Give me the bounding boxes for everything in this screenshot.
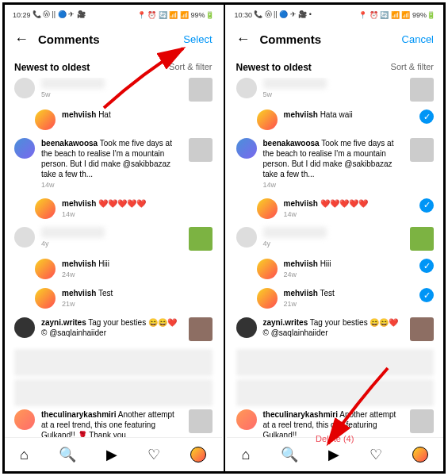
avatar[interactable] <box>14 227 35 248</box>
avatar[interactable] <box>14 78 35 98</box>
screen-divider <box>224 5 225 471</box>
blurred-text <box>263 227 327 238</box>
blurred-text <box>41 227 105 238</box>
comment-row[interactable]: theculinarykashmiri Another attempt at a… <box>14 409 213 437</box>
comment-row[interactable]: 5w <box>236 78 435 102</box>
comments-header: ← Comments Cancel <box>227 25 444 54</box>
sort-label[interactable]: Newest to oldest <box>14 62 90 73</box>
comment-row[interactable]: mehviish Hat <box>35 109 213 130</box>
bottom-nav: ⌂ 🔍 ▶ ♡ <box>5 437 222 471</box>
checkbox-selected[interactable]: ✓ <box>419 198 434 213</box>
avatar[interactable] <box>35 259 56 279</box>
comments-header: ← Comments Select <box>5 25 222 54</box>
comment-row[interactable]: 4y <box>14 227 213 251</box>
post-thumb[interactable] <box>410 227 434 251</box>
status-icons-right: 📍 ⏰ 🔄 📶 📶 99%🔋 <box>137 11 214 19</box>
blurred-row <box>236 379 435 406</box>
sort-filter-button[interactable]: Sort & filter <box>391 62 434 73</box>
comment-row[interactable]: 5w <box>14 78 213 102</box>
sort-row: Newest to oldest Sort & filter <box>227 54 444 78</box>
checkbox-selected[interactable]: ✓ <box>419 288 434 302</box>
avatar[interactable] <box>257 109 278 130</box>
status-icons-right: 📍 ⏰ 🔄 📶 📶 99%🔋 <box>358 11 435 19</box>
post-thumb[interactable] <box>189 409 213 433</box>
comment-row[interactable]: mehviish Hiii24w ✓ <box>257 259 435 280</box>
search-icon[interactable]: 🔍 <box>59 446 76 463</box>
avatar[interactable] <box>236 227 257 248</box>
blurred-row <box>236 349 435 376</box>
reels-icon[interactable]: ▶ <box>106 446 117 463</box>
back-icon[interactable]: ← <box>236 31 251 48</box>
checkbox-selected[interactable]: ✓ <box>419 109 434 124</box>
sort-row: Newest to oldest Sort & filter <box>5 54 222 78</box>
comment-row[interactable]: mehviish Test21w <box>35 288 213 309</box>
post-thumb[interactable] <box>410 317 434 341</box>
post-thumb[interactable] <box>189 78 213 102</box>
comment-row[interactable]: mehviish Hiii24w <box>35 259 213 280</box>
avatar[interactable] <box>14 409 35 430</box>
reels-icon[interactable]: ▶ <box>328 446 339 463</box>
avatar[interactable] <box>236 78 257 98</box>
home-icon[interactable]: ⌂ <box>242 447 251 463</box>
status-time: 10:29 <box>13 11 31 19</box>
comment-row[interactable]: mehviish Hata waii ✓ <box>257 109 435 130</box>
search-icon[interactable]: 🔍 <box>281 446 298 463</box>
blurred-row <box>14 379 213 406</box>
post-thumb[interactable] <box>189 227 213 251</box>
comment-row[interactable]: beenakawoosa Took me five days at the be… <box>236 138 435 190</box>
page-title: Comments <box>38 33 174 46</box>
profile-nav-icon[interactable] <box>412 447 428 463</box>
status-icons: 📞 ⓦ || 🔵 ✈ 🎥 <box>33 10 86 20</box>
blurred-row <box>14 349 213 376</box>
home-icon[interactable]: ⌂ <box>20 447 29 463</box>
post-thumb[interactable] <box>410 409 434 433</box>
back-icon[interactable]: ← <box>14 31 29 48</box>
avatar[interactable] <box>35 109 56 130</box>
heart-icon[interactable]: ♡ <box>147 446 160 463</box>
comments-list: 5w mehviish Hat beenakawoosa Took me fiv… <box>5 78 222 437</box>
left-screen: 10:29 📞 ⓦ || 🔵 ✈ 🎥 📍 ⏰ 🔄 📶 📶 99%🔋 ← Comm… <box>5 5 222 471</box>
avatar[interactable] <box>14 138 35 159</box>
avatar[interactable] <box>257 288 278 309</box>
post-thumb[interactable] <box>410 138 434 162</box>
status-bar: 10:29 📞 ⓦ || 🔵 ✈ 🎥 📍 ⏰ 🔄 📶 📶 99%🔋 <box>5 5 222 25</box>
right-screen: 10:30 📞 ⓦ || 🔵 ✈ 🎥 • 📍 ⏰ 🔄 📶 📶 99%🔋 ← Co… <box>227 5 444 471</box>
comment-row[interactable]: 4y <box>236 227 435 251</box>
sort-filter-button[interactable]: Sort & filter <box>169 62 212 73</box>
blurred-text <box>263 78 327 89</box>
avatar[interactable] <box>35 288 56 309</box>
status-time: 10:30 <box>235 11 253 19</box>
page-title: Comments <box>260 33 392 46</box>
heart-icon[interactable]: ♡ <box>370 446 382 463</box>
comment-row[interactable]: mehviish ❤️❤️❤️❤️❤️14w ✓ <box>257 198 435 220</box>
comment-row[interactable]: theculinarykashmiri Another attempt at a… <box>236 409 435 437</box>
avatar[interactable] <box>236 317 257 338</box>
cancel-button[interactable]: Cancel <box>402 33 434 45</box>
sort-label[interactable]: Newest to oldest <box>236 62 312 73</box>
comments-list: 5w mehviish Hata waii ✓ beenakawoosa Too… <box>227 78 444 437</box>
status-bar: 10:30 📞 ⓦ || 🔵 ✈ 🎥 • 📍 ⏰ 🔄 📶 📶 99%🔋 <box>227 5 444 25</box>
comment-row[interactable]: mehviish Test21w ✓ <box>257 288 435 309</box>
comment-row[interactable]: zayni.writes Tag your besties 😄😄❤️ © @sa… <box>14 317 213 341</box>
comment-row[interactable]: beenakawoosa Took me five days at the be… <box>14 138 213 190</box>
avatar[interactable] <box>236 138 257 159</box>
post-thumb[interactable] <box>189 138 213 162</box>
checkbox-selected[interactable]: ✓ <box>419 259 434 273</box>
delete-button[interactable]: Delete (4) <box>316 434 354 443</box>
avatar[interactable] <box>257 198 278 219</box>
comment-row[interactable]: mehviish ❤️❤️❤️❤️❤️14w <box>35 198 213 220</box>
post-thumb[interactable] <box>410 78 434 102</box>
status-icons: 📞 ⓦ || 🔵 ✈ 🎥 • <box>254 10 312 20</box>
select-button[interactable]: Select <box>183 33 212 45</box>
post-thumb[interactable] <box>189 317 213 341</box>
blurred-text <box>41 78 105 89</box>
profile-nav-icon[interactable] <box>190 447 206 463</box>
comment-row[interactable]: zayni.writes Tag your besties 😄😄❤️ © @sa… <box>236 317 435 341</box>
avatar[interactable] <box>14 317 35 338</box>
avatar[interactable] <box>236 409 257 430</box>
avatar[interactable] <box>35 198 56 219</box>
avatar[interactable] <box>257 259 278 279</box>
